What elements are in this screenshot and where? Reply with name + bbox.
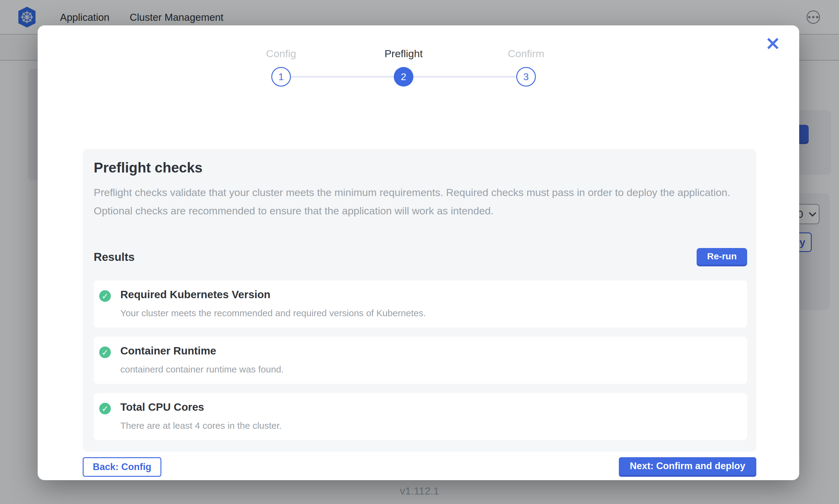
check-title: Total CPU Cores — [120, 401, 282, 413]
check-pass-icon: ✓ — [99, 290, 111, 302]
preflight-description: Preflight checks validate that your clus… — [94, 183, 731, 220]
step-label: Confirm — [465, 48, 587, 60]
step-label: Preflight — [342, 48, 465, 60]
step-circle: 3 — [516, 67, 536, 87]
page-title: Preflight checks — [94, 159, 747, 176]
check-body: Required Kubernetes Version Your cluster… — [120, 288, 426, 318]
check-body: Container Runtime containerd container r… — [120, 345, 284, 375]
back-config-button[interactable]: Back: Config — [83, 457, 161, 477]
step-preflight[interactable]: Preflight 2 — [342, 48, 465, 87]
check-title: Container Runtime — [120, 345, 284, 357]
check-pass-icon: ✓ — [99, 346, 111, 358]
check-title: Required Kubernetes Version — [120, 288, 426, 301]
check-body: Total CPU Cores There are at least 4 cor… — [120, 401, 282, 431]
step-circle: 2 — [394, 67, 413, 87]
results-heading: Results — [94, 251, 135, 264]
step-circle: 1 — [271, 67, 291, 87]
wizard-stepper: Config 1 Preflight 2 Confirm 3 — [220, 48, 587, 96]
rerun-button[interactable]: Re-run — [697, 248, 747, 266]
step-label: Config — [220, 48, 342, 60]
preflight-panel: Preflight checks Preflight checks valida… — [83, 149, 756, 452]
check-message: Your cluster meets the recommended and r… — [120, 308, 426, 318]
results-row: Results Re-run — [94, 248, 747, 266]
check-pass-icon: ✓ — [99, 403, 111, 414]
check-card-cpu-cores: ✓ Total CPU Cores There are at least 4 c… — [94, 393, 747, 440]
check-card-container-runtime: ✓ Container Runtime containerd container… — [94, 337, 747, 384]
step-confirm[interactable]: Confirm 3 — [465, 48, 587, 87]
step-config[interactable]: Config 1 — [220, 48, 342, 87]
check-message: There are at least 4 cores in the cluste… — [120, 420, 282, 431]
modal-footer: Back: Config Next: Confirm and deploy — [83, 457, 756, 477]
check-card-kubernetes-version: ✓ Required Kubernetes Version Your clust… — [94, 281, 747, 327]
check-list: ✓ Required Kubernetes Version Your clust… — [94, 281, 747, 440]
next-confirm-deploy-button[interactable]: Next: Confirm and deploy — [619, 457, 756, 477]
close-icon[interactable]: × — [763, 33, 783, 53]
preflight-modal: × Config 1 Preflight 2 Confirm 3 Preflig… — [38, 25, 799, 480]
check-message: containerd container runtime was found. — [120, 364, 284, 375]
